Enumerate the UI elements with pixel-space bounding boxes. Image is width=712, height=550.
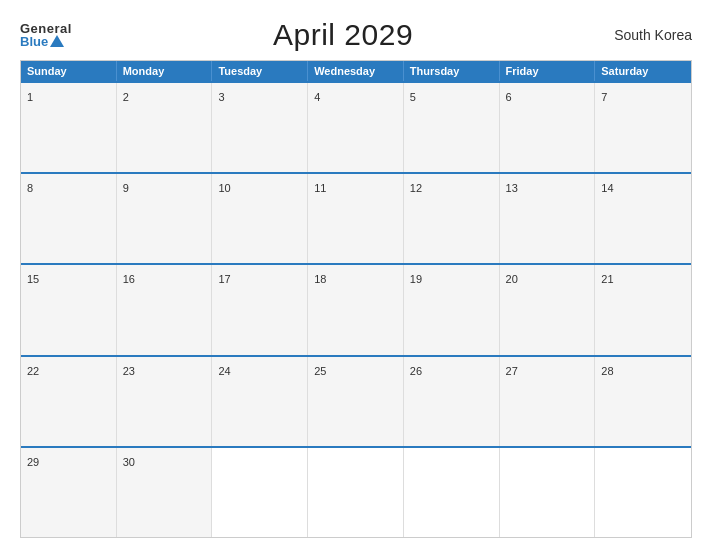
day-20: 20 (500, 265, 596, 354)
calendar-week-4: 22 23 24 25 26 27 28 (21, 355, 691, 446)
calendar-body: 1 2 3 4 5 6 7 8 9 10 11 12 13 14 15 16 (21, 81, 691, 537)
calendar-grid: Sunday Monday Tuesday Wednesday Thursday… (20, 60, 692, 538)
day-empty-5 (595, 448, 691, 537)
day-8: 8 (21, 174, 117, 263)
col-friday: Friday (500, 61, 596, 81)
day-25: 25 (308, 357, 404, 446)
col-sunday: Sunday (21, 61, 117, 81)
day-2: 2 (117, 83, 213, 172)
day-26: 26 (404, 357, 500, 446)
calendar-week-1: 1 2 3 4 5 6 7 (21, 81, 691, 172)
day-17: 17 (212, 265, 308, 354)
day-3: 3 (212, 83, 308, 172)
page-header: General Blue April 2029 South Korea (20, 18, 692, 52)
day-1: 1 (21, 83, 117, 172)
day-19: 19 (404, 265, 500, 354)
day-empty-3 (404, 448, 500, 537)
col-wednesday: Wednesday (308, 61, 404, 81)
day-30: 30 (117, 448, 213, 537)
day-18: 18 (308, 265, 404, 354)
day-empty-4 (500, 448, 596, 537)
calendar-week-2: 8 9 10 11 12 13 14 (21, 172, 691, 263)
day-28: 28 (595, 357, 691, 446)
day-12: 12 (404, 174, 500, 263)
logo-blue-text: Blue (20, 35, 64, 49)
day-13: 13 (500, 174, 596, 263)
calendar-week-5: 29 30 (21, 446, 691, 537)
day-7: 7 (595, 83, 691, 172)
logo-triangle-icon (50, 35, 64, 47)
day-22: 22 (21, 357, 117, 446)
calendar-page: General Blue April 2029 South Korea Sund… (0, 0, 712, 550)
col-thursday: Thursday (404, 61, 500, 81)
col-tuesday: Tuesday (212, 61, 308, 81)
calendar-header-row: Sunday Monday Tuesday Wednesday Thursday… (21, 61, 691, 81)
day-6: 6 (500, 83, 596, 172)
day-5: 5 (404, 83, 500, 172)
day-27: 27 (500, 357, 596, 446)
day-empty-2 (308, 448, 404, 537)
day-4: 4 (308, 83, 404, 172)
logo: General Blue (20, 22, 72, 49)
calendar-week-3: 15 16 17 18 19 20 21 (21, 263, 691, 354)
day-23: 23 (117, 357, 213, 446)
day-21: 21 (595, 265, 691, 354)
day-empty-1 (212, 448, 308, 537)
day-10: 10 (212, 174, 308, 263)
day-11: 11 (308, 174, 404, 263)
day-16: 16 (117, 265, 213, 354)
day-14: 14 (595, 174, 691, 263)
col-saturday: Saturday (595, 61, 691, 81)
country-label: South Korea (614, 27, 692, 43)
day-24: 24 (212, 357, 308, 446)
logo-general-text: General (20, 22, 72, 35)
calendar-title: April 2029 (273, 18, 413, 52)
day-15: 15 (21, 265, 117, 354)
day-9: 9 (117, 174, 213, 263)
day-29: 29 (21, 448, 117, 537)
col-monday: Monday (117, 61, 213, 81)
